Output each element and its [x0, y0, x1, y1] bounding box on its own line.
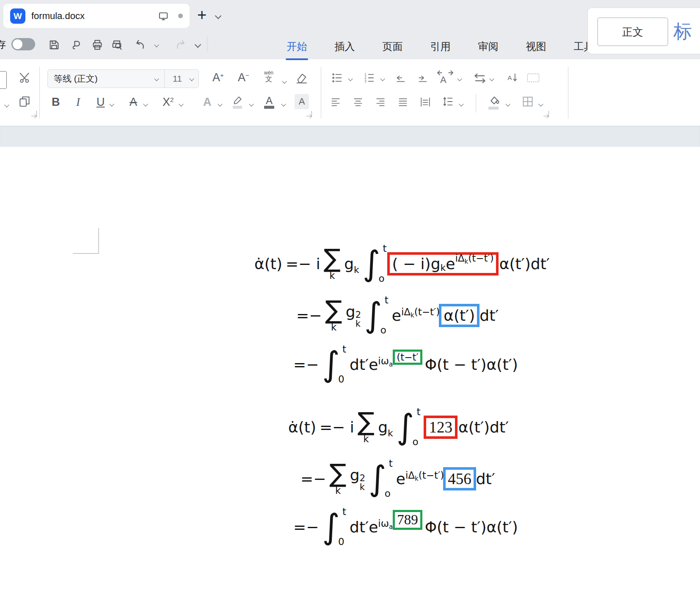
distribute-text-icon[interactable]: [419, 96, 432, 107]
bullet-list-icon[interactable]: [331, 72, 344, 84]
align-left-icon[interactable]: [329, 96, 342, 107]
math-lhs: α̇(t): [288, 419, 316, 436]
math-tail: dt′: [476, 470, 495, 488]
math-relation: =− i: [286, 255, 320, 273]
text-direction-icon[interactable]: [473, 73, 487, 84]
bold-button[interactable]: B: [52, 96, 60, 108]
highlight-color-icon[interactable]: [232, 95, 244, 105]
italic-button[interactable]: I: [76, 96, 80, 108]
grow-font-button[interactable]: A+: [212, 72, 224, 83]
green-highlight-box: 789: [393, 510, 422, 530]
tab-home[interactable]: 开始: [273, 40, 321, 53]
clipped-save-label: 存: [0, 38, 6, 51]
math-term: gk: [344, 255, 359, 273]
underline-button[interactable]: U: [96, 96, 105, 108]
clear-format-eraser-icon[interactable]: [295, 71, 308, 85]
numbered-list-icon[interactable]: 123: [363, 72, 376, 84]
save-icon[interactable]: [48, 39, 60, 51]
align-center-icon[interactable]: [352, 96, 364, 107]
tab-review[interactable]: 审阅: [464, 40, 512, 53]
line-spacing-icon[interactable]: [442, 96, 455, 107]
status-dot-icon: [178, 14, 183, 18]
align-justify-icon[interactable]: [397, 96, 409, 107]
divider: [568, 67, 568, 118]
blue-highlight-box: α(t′): [439, 304, 480, 327]
phonetic-guide-button[interactable]: wén文: [264, 70, 273, 83]
paste-icon[interactable]: [0, 71, 7, 89]
font-name-select[interactable]: 等线 (正文): [54, 73, 155, 85]
divider: [321, 67, 321, 118]
shading-bucket-icon[interactable]: [488, 95, 501, 106]
document-tab[interactable]: W formula.docx: [3, 4, 190, 28]
equation-block2-line1: α̇(t) =− i ∑k gk ∫ to 123 α(t′)dt′: [288, 407, 509, 447]
character-scale-button[interactable]: A: [440, 74, 446, 85]
style-gallery: 正文 标: [587, 8, 700, 54]
svg-text:A: A: [507, 74, 512, 81]
autosave-toggle[interactable]: [11, 38, 35, 50]
red-highlight-box: ( − i)gkeiΔk(t−t′): [387, 252, 498, 275]
math-term: eiΔk(t−t′): [392, 307, 440, 324]
integral: ∫ to: [363, 244, 387, 284]
red-highlight-box: 123: [424, 416, 457, 439]
character-scale-arrows-icon: [437, 70, 454, 75]
math-term: gk: [378, 419, 393, 436]
margin-corner-mark: [98, 228, 99, 254]
superscript-button[interactable]: X2: [163, 96, 174, 108]
character-shading-button[interactable]: A: [295, 94, 309, 109]
show-marks-icon[interactable]: [527, 74, 539, 82]
svg-text:3: 3: [364, 80, 367, 83]
tab-view[interactable]: 视图: [512, 40, 560, 53]
math-relation: =− i: [320, 419, 354, 436]
divider: [39, 67, 40, 118]
math-term: eiΔk(t−t′): [396, 470, 444, 488]
math-tail: dt′: [480, 307, 499, 324]
integral: ∫ to: [364, 295, 389, 335]
monitor-icon[interactable]: [158, 11, 169, 22]
strikethrough-button[interactable]: A: [130, 96, 137, 108]
divider: [207, 36, 207, 52]
style-normal[interactable]: 正文: [597, 17, 668, 46]
blue-highlight-box: 456: [443, 467, 476, 490]
paragraph-dialog-launcher-icon[interactable]: [543, 111, 549, 116]
copy-icon[interactable]: [18, 94, 31, 108]
print-icon[interactable]: [91, 39, 103, 51]
divider: [476, 94, 476, 113]
text-effects-button[interactable]: A: [203, 96, 212, 108]
font-size-select[interactable]: 11: [165, 74, 190, 84]
equation-block2-line2: =− ∑k g2k ∫ to eiΔk(t−t′) 456 dt′: [300, 459, 495, 499]
decrease-indent-icon[interactable]: [394, 73, 407, 84]
document-background-strip: [0, 126, 700, 147]
style-heading-clipped[interactable]: 标: [673, 19, 692, 44]
math-tail: α(t′)dt′: [458, 419, 509, 436]
shading-color-bar: [488, 107, 499, 110]
font-size-chevron-down-icon[interactable]: [189, 76, 194, 81]
tab-page[interactable]: 页面: [369, 40, 416, 53]
integral: ∫ to: [369, 459, 393, 499]
export-pdf-icon[interactable]: [70, 39, 82, 51]
clipboard-dialog-launcher-icon[interactable]: [31, 111, 37, 116]
green-highlight-box: (t−t′: [393, 350, 422, 365]
tab-references[interactable]: 引用: [416, 40, 464, 53]
wps-writer-icon: W: [10, 8, 25, 24]
equation-block2-line3: =− ∫ t0 dt′eiωa 789 Φ(t − t′)α(t′): [293, 507, 518, 547]
margin-corner-mark: [73, 253, 99, 254]
integral: ∫ t0: [322, 344, 346, 384]
highlight-color-bar: [233, 106, 242, 109]
equation-block1-line3: =− ∫ t0 dt′eiωa (t−t′ Φ(t − t′)α(t′): [293, 344, 518, 384]
increase-indent-icon[interactable]: [416, 73, 429, 84]
font-dialog-launcher-icon[interactable]: [306, 111, 312, 116]
sort-icon[interactable]: A: [506, 72, 519, 84]
shrink-font-button[interactable]: A−: [238, 72, 249, 83]
font-color-button[interactable]: A: [266, 95, 273, 107]
new-tab-button[interactable]: +: [197, 6, 207, 24]
font-name-chevron-down-icon[interactable]: [154, 76, 159, 81]
cut-icon[interactable]: [19, 70, 31, 85]
tab-insert[interactable]: 插入: [321, 40, 369, 53]
borders-icon[interactable]: [521, 96, 534, 107]
print-preview-icon[interactable]: [111, 39, 123, 51]
align-right-icon[interactable]: [374, 96, 387, 107]
math-tail: Φ(t − t′)α(t′): [425, 356, 518, 373]
undo-icon[interactable]: [135, 39, 146, 51]
integral: ∫ t0: [322, 507, 346, 547]
math-term: dt′eiωa: [350, 518, 393, 536]
